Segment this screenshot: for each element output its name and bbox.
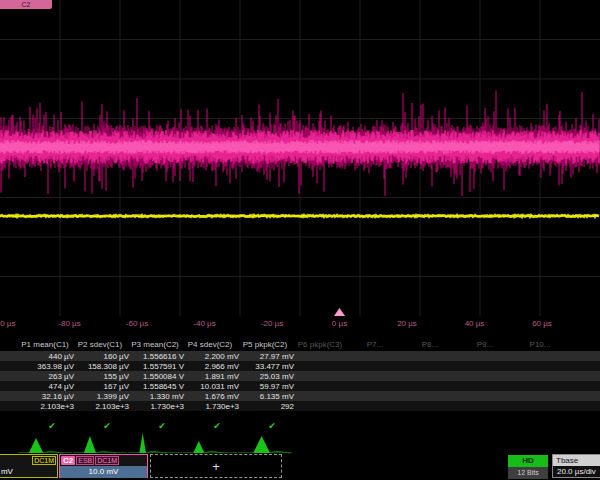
time-axis-label: -100 µs <box>0 319 15 328</box>
measure-P5-num: 292 <box>238 402 294 411</box>
measure-P2-min: 155 µV <box>73 372 129 381</box>
c2-mode-badge: ESB <box>76 456 94 465</box>
c1-coupling-badge: DC1M <box>32 456 56 465</box>
measure-P1-mean: 363.98 µV <box>18 362 74 371</box>
measure-P4-num: 1.730e+3 <box>183 402 239 411</box>
measure-P1-value: 440 µV <box>18 352 74 361</box>
measurement-table: P1 mean(C1)440 µV363.98 µV263 µV474 µV32… <box>0 340 600 435</box>
c2-channel-label: C2 <box>61 456 75 465</box>
measure-P4-mean: 2.966 mV <box>183 362 239 371</box>
measure-P4-max: 10.031 mV <box>183 382 239 391</box>
hd-bits-label: 12 Bits <box>508 467 548 479</box>
measure-P2-value: 160 µV <box>73 352 129 361</box>
waveform-grid <box>0 0 600 316</box>
c2-scale-value: 10.0 mV <box>60 466 147 478</box>
measure-P3-mean: 1.557591 V <box>128 362 184 371</box>
param-header-P10[interactable]: P10... <box>511 340 569 349</box>
descriptor-bar: C1 DC1M 50.0 mV C2 ESB DC1M 10.0 mV + HD… <box>0 452 600 480</box>
measure-P5-sdev: 6.135 mV <box>238 392 294 401</box>
measure-P1-sdev: 32.16 µV <box>18 392 74 401</box>
measure-P2-sdev: 1.399 µV <box>73 392 129 401</box>
channel-descriptor-c1[interactable]: C1 DC1M 50.0 mV <box>0 454 58 478</box>
time-axis-label: -80 µs <box>58 319 80 328</box>
param-header-P7[interactable]: P7... <box>346 340 404 349</box>
time-axis-label: -20 µs <box>261 319 283 328</box>
waveform-display[interactable]: C2 <box>0 0 600 316</box>
measure-P3-value: 1.556616 V <box>128 352 184 361</box>
measure-P1-min: 263 µV <box>18 372 74 381</box>
c2-coupling-badge: DC1M <box>95 456 119 465</box>
time-axis-label: 0 µs <box>332 319 347 328</box>
time-axis-label: -60 µs <box>126 319 148 328</box>
time-axis: -100 µs-80 µs-60 µs-40 µs-20 µs0 µs20 µs… <box>0 316 600 332</box>
timebase-title: Tbase <box>553 455 600 466</box>
measure-P3-sdev: 1.330 mV <box>128 392 184 401</box>
measure-P3-min: 1.550084 V <box>128 372 184 381</box>
time-axis-label: 20 µs <box>397 319 417 328</box>
oscilloscope-screen: C2 -100 µs-80 µs-60 µs-40 µs-20 µs0 µs20… <box>0 0 600 480</box>
c2-trace-label[interactable]: C2 <box>0 0 52 9</box>
measure-P4-min: 1.891 mV <box>183 372 239 381</box>
plus-icon: + <box>212 459 220 474</box>
c1-scale-value: 50.0 mV <box>0 466 57 478</box>
hd-mode-badge[interactable]: HD <box>508 455 548 467</box>
measure-P2-num: 2.103e+3 <box>73 402 129 411</box>
param-header-P3[interactable]: P3 mean(C2) <box>126 340 184 349</box>
timebase-value: 20.0 µs/div <box>553 466 600 478</box>
trigger-time-marker-icon[interactable] <box>334 308 345 316</box>
measure-P1-num: 2.103e+3 <box>18 402 74 411</box>
measure-P3-max: 1.558645 V <box>128 382 184 391</box>
time-axis-label: -40 µs <box>193 319 215 328</box>
add-channel-button[interactable]: + <box>150 454 282 478</box>
param-header-P6[interactable]: P6 pkpk(C3) <box>291 340 349 349</box>
measure-P5-value: 27.97 mV <box>238 352 294 361</box>
measure-P1-max: 474 µV <box>18 382 74 391</box>
channel-descriptor-c2[interactable]: C2 ESB DC1M 10.0 mV <box>59 454 148 478</box>
measure-P4-sdev: 1.676 mV <box>183 392 239 401</box>
timebase-descriptor[interactable]: Tbase 20.0 µs/div <box>552 454 600 478</box>
time-axis-label: 60 µs <box>532 319 552 328</box>
param-header-P1[interactable]: P1 mean(C1) <box>16 340 74 349</box>
param-header-P9[interactable]: P9... <box>456 340 514 349</box>
measure-P2-mean: 158.308 µV <box>73 362 129 371</box>
measure-P5-mean: 33.477 mV <box>238 362 294 371</box>
measure-P4-value: 2.200 mV <box>183 352 239 361</box>
measure-P3-num: 1.730e+3 <box>128 402 184 411</box>
measure-P5-max: 59.97 mV <box>238 382 294 391</box>
param-header-P2[interactable]: P2 sdev(C1) <box>71 340 129 349</box>
param-header-P4[interactable]: P4 sdev(C2) <box>181 340 239 349</box>
measure-P5-min: 25.03 mV <box>238 372 294 381</box>
time-axis-label: 40 µs <box>465 319 485 328</box>
measure-P2-max: 167 µV <box>73 382 129 391</box>
param-header-P8[interactable]: P8... <box>401 340 459 349</box>
param-header-P5[interactable]: P5 pkpk(C2) <box>236 340 294 349</box>
